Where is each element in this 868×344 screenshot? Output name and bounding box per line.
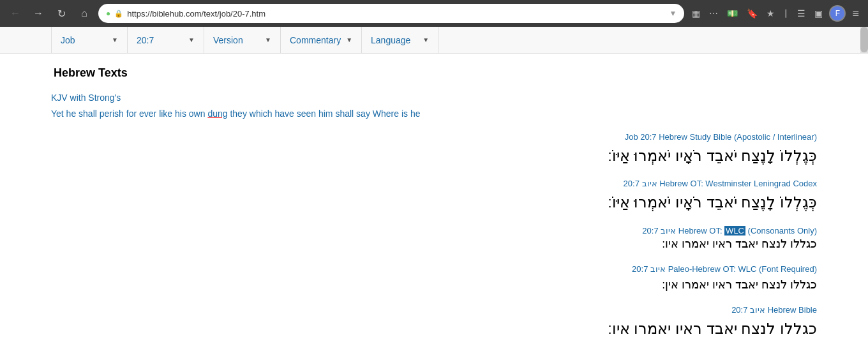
kjv-link[interactable]: KJV with Strong's xyxy=(51,93,817,103)
nav-item-commentary[interactable]: Commentary ▼ xyxy=(281,27,362,53)
address-bar[interactable]: ● 🔒 https://biblehub.com/text/job/20-7.h… xyxy=(98,4,684,23)
container-button[interactable]: ▣ xyxy=(812,6,825,21)
hebrew-text-3: כגללו לנצח יאבד ראיו יאמרו אין׃ xyxy=(51,276,817,294)
shield-icon: ● xyxy=(106,9,110,18)
star-button[interactable]: ★ xyxy=(764,6,777,21)
hebrew-entry-4: 20:7 איוב Hebrew Bible כגללו לנצח יאבד ר… xyxy=(51,305,817,340)
more-button[interactable]: ⋯ xyxy=(707,6,721,21)
hebrew-link-2-suffix[interactable]: (Consonants Only) xyxy=(745,226,817,236)
hebrew-link-0[interactable]: Job 20:7 Hebrew Study Bible (Apostolic /… xyxy=(51,132,817,142)
browser-chrome: ← → ↻ ⌂ ● 🔒 https://biblehub.com/text/jo… xyxy=(0,0,868,27)
nav-commentary-chevron: ▼ xyxy=(346,36,352,43)
library-button[interactable]: ☰ xyxy=(795,6,808,21)
forward-button[interactable]: → xyxy=(29,4,47,22)
kjv-text[interactable]: Yet he shall perish for ever like his ow… xyxy=(51,107,817,121)
underline-word: dung xyxy=(207,108,227,119)
hebrew-link-3[interactable]: 20:7 איוב Paleo-Hebrew OT: WLC (Font Req… xyxy=(51,264,817,274)
hebrew-entry-0: Job 20:7 Hebrew Study Bible (Apostolic /… xyxy=(51,132,817,167)
home-button[interactable]: ⌂ xyxy=(75,4,93,22)
hebrew-entry-3: 20:7 איוב Paleo-Hebrew OT: WLC (Font Req… xyxy=(51,264,817,294)
nav-verse-chevron: ▼ xyxy=(188,36,195,43)
hebrew-link-4[interactable]: 20:7 איוב Hebrew Bible xyxy=(51,305,817,315)
url-text: https://biblehub.com/text/job/20-7.htm xyxy=(127,9,266,19)
kjv-entry: KJV with Strong's Yet he shall perish fo… xyxy=(51,93,817,121)
nav-item-language[interactable]: Language ▼ xyxy=(362,27,438,53)
menu-button[interactable]: ≡ xyxy=(849,4,862,23)
hebrew-link-1[interactable]: 20:7 איוב Hebrew OT: Westminster Leningr… xyxy=(51,179,817,188)
nav-version-label: Version xyxy=(213,35,243,45)
nav-job-chevron: ▼ xyxy=(112,36,118,43)
dropdown-icon[interactable]: ▼ xyxy=(670,9,677,18)
hebrew-text-2: כגללו לנצח יאבד ראיו יאמרו איו׃ xyxy=(51,236,817,253)
nav-item-job[interactable]: Job ▼ xyxy=(51,27,128,53)
separator: ┃ xyxy=(781,10,791,18)
bookmark-button[interactable]: 🔖 xyxy=(744,6,760,21)
pocket-button[interactable]: 💵 xyxy=(724,6,740,21)
section-title: Hebrew Texts xyxy=(51,66,817,80)
hebrew-text-1: כְּגֶלְלוֹ לָנֶצַח יֹאבֵד רֹאָיו יֹאמְרו… xyxy=(51,191,817,214)
profile-button[interactable]: F xyxy=(829,5,846,22)
hebrew-link-2-prefix[interactable]: 20:7 איוב Hebrew OT: xyxy=(642,226,724,236)
browser-toolbar: ▦ ⋯ 💵 🔖 ★ ┃ ☰ ▣ F ≡ xyxy=(689,4,862,23)
scroll-thumb[interactable] xyxy=(860,27,868,52)
hebrew-entry-2: 20:7 איוב Hebrew OT: WLC (Consonants Onl… xyxy=(51,225,817,253)
nav-job-label: Job xyxy=(61,35,75,45)
wlc-badge: WLC xyxy=(724,226,745,236)
hebrew-entry-1: 20:7 איוב Hebrew OT: Westminster Leningr… xyxy=(51,179,817,214)
lock-icon: 🔒 xyxy=(114,10,123,18)
reader-mode-button[interactable]: ▦ xyxy=(689,6,703,21)
refresh-button[interactable]: ↻ xyxy=(52,4,70,22)
nav-version-chevron: ▼ xyxy=(265,36,271,43)
page-content: Hebrew Texts KJV with Strong's Yet he sh… xyxy=(0,54,868,344)
nav-commentary-label: Commentary xyxy=(290,35,341,45)
hebrew-text-4: כגללו לנצח יאבד ראיו יאמרו איו׃ xyxy=(51,317,817,340)
nav-item-verse[interactable]: 20:7 ▼ xyxy=(128,27,204,53)
nav-language-label: Language xyxy=(371,35,410,45)
nav-language-chevron: ▼ xyxy=(423,36,429,43)
nav-item-version[interactable]: Version ▼ xyxy=(204,27,281,53)
nav-verse-label: 20:7 xyxy=(137,35,154,45)
hebrew-text-0: כְּגֶלְלוֹ לָנֶצַח יֹאבֵד רֹאָיו יֹאמְרו… xyxy=(51,144,817,167)
navigation-bar: Job ▼ 20:7 ▼ Version ▼ Commentary ▼ Lang… xyxy=(0,27,868,54)
back-button[interactable]: ← xyxy=(6,4,24,22)
